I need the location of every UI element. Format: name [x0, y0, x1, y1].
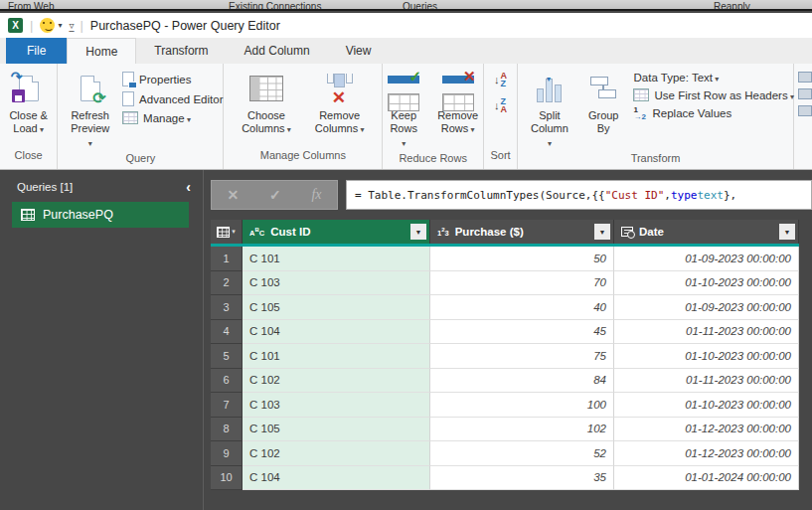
sort-ascending-button[interactable]: A ↓ Z [494, 72, 507, 87]
feedback-smiley-icon[interactable] [40, 18, 55, 33]
table-row: 4 C 104 45 01-11-2023 00:00:00 [211, 320, 799, 345]
grid-header: ▾ ABC Cust ID ▼ 123 Purchase ($) ▼ Date … [211, 220, 799, 244]
cell-date[interactable]: 01-09-2023 00:00:00 [614, 295, 799, 320]
row-number[interactable]: 10 [211, 466, 243, 491]
cell-cust-id[interactable]: C 102 [243, 441, 430, 466]
keep-rows-button[interactable]: ✓ Keep Rows [383, 69, 424, 152]
properties-button[interactable]: Properties [122, 72, 223, 86]
use-first-row-as-headers-button[interactable]: Use First Row as Headers [633, 88, 793, 101]
cell-date[interactable]: 01-10-2023 00:00:00 [614, 271, 799, 296]
background-excel-ribbon: From Web Existing Connections Queries Re… [0, 0, 812, 11]
cell-date[interactable]: 01-11-2023 00:00:00 [614, 320, 799, 345]
table-row: 8 C 105 102 01-12-2023 00:00:00 [211, 418, 799, 442]
row-number[interactable]: 2 [211, 271, 243, 296]
tab-view[interactable]: View [328, 38, 390, 64]
cell-purchase[interactable]: 84 [430, 369, 614, 394]
row-number[interactable]: 7 [211, 393, 243, 418]
row-number[interactable]: 3 [211, 295, 243, 320]
filter-button-purchase[interactable]: ▼ [594, 224, 610, 240]
group-by-button[interactable]: Group By [583, 69, 624, 137]
tab-home[interactable]: Home [67, 38, 136, 64]
split-column-icon: ▾ [535, 71, 565, 106]
cell-cust-id[interactable]: C 101 [243, 247, 430, 271]
cell-purchase[interactable]: 100 [430, 393, 614, 418]
formula-input[interactable]: = Table.TransformColumnTypes(Source,{{"C… [346, 180, 812, 210]
cell-purchase[interactable]: 75 [430, 344, 614, 369]
choose-columns-icon [249, 71, 283, 106]
cell-purchase[interactable]: 40 [430, 295, 614, 320]
partial-ribbon-buttons[interactable] [794, 64, 812, 169]
text-type-icon: ABC [249, 227, 264, 237]
group-query: ⟳ Refresh Preview Properties Advanced Ed… [58, 64, 224, 169]
row-number[interactable]: 9 [211, 441, 243, 466]
sort-descending-button[interactable]: Z ↓ A [494, 97, 507, 113]
group-by-icon [588, 71, 618, 106]
column-header-date[interactable]: Date ▼ [614, 220, 799, 244]
queries-panel-title: Queries [1] [17, 181, 73, 193]
fx-icon[interactable]: fx [311, 187, 321, 203]
group-sort: A ↓ Z Z ↓ A Sort [484, 64, 518, 169]
tab-add-column[interactable]: Add Column [227, 38, 328, 64]
query-item-purchasepq[interactable]: PurchasePQ [12, 202, 189, 228]
cell-date[interactable]: 01-12-2023 00:00:00 [614, 418, 799, 442]
cell-purchase[interactable]: 52 [430, 441, 614, 466]
commit-formula-icon[interactable]: ✓ [269, 187, 281, 203]
column-header-cust-id[interactable]: ABC Cust ID ▼ [243, 220, 430, 244]
window-title: PurchasePQ - Power Query Editor [90, 19, 280, 33]
titlebar: X | ▾ ▿̲ | PurchasePQ - Power Query Edit… [0, 13, 812, 38]
refresh-preview-button[interactable]: ⟳ Refresh Preview [64, 69, 116, 152]
cell-purchase[interactable]: 45 [430, 320, 614, 345]
manage-icon [122, 111, 138, 124]
cell-date[interactable]: 01-10-2023 00:00:00 [614, 393, 799, 418]
filter-button-date[interactable]: ▼ [779, 224, 795, 240]
row-number[interactable]: 8 [211, 418, 243, 442]
row-number[interactable]: 6 [211, 369, 243, 394]
remove-rows-button[interactable]: ✕ Remove Rows [432, 69, 483, 138]
cell-cust-id[interactable]: C 102 [243, 369, 430, 394]
row-number[interactable]: 1 [211, 247, 243, 271]
quick-access-toolbar-icon[interactable]: ▿̲ [69, 20, 73, 31]
manage-button[interactable]: Manage [122, 111, 223, 124]
cancel-formula-icon[interactable]: ✕ [227, 187, 239, 203]
editor-content: Queries [1] ‹ PurchasePQ ✕ ✓ fx = Table.… [0, 170, 812, 510]
cell-purchase[interactable]: 70 [430, 271, 614, 296]
cell-cust-id[interactable]: C 103 [243, 393, 430, 418]
group-label-sort: Sort [484, 149, 517, 169]
group-reduce-rows: ✓ Keep Rows ✕ Remove Rows Reduce Rows [383, 64, 484, 169]
formula-buttons: ✕ ✓ fx [211, 180, 338, 210]
cell-purchase[interactable]: 50 [430, 247, 614, 271]
cell-cust-id[interactable]: C 103 [243, 271, 430, 296]
collapse-panel-icon[interactable]: ‹ [186, 179, 191, 195]
cell-cust-id[interactable]: C 105 [243, 295, 430, 320]
data-type-button[interactable]: Data Type: Text [633, 72, 793, 84]
cell-cust-id[interactable]: C 101 [243, 344, 430, 369]
row-number[interactable]: 5 [211, 344, 243, 369]
choose-columns-button[interactable]: Choose Columns [237, 69, 296, 138]
smiley-dropdown-caret[interactable]: ▾ [58, 21, 62, 30]
cell-purchase[interactable]: 35 [430, 466, 614, 491]
tab-file[interactable]: File [6, 38, 67, 64]
row-number[interactable]: 4 [211, 320, 243, 345]
split-column-button[interactable]: ▾ Split Column [526, 69, 573, 152]
tab-transform[interactable]: Transform [136, 38, 226, 64]
column-header-purchase[interactable]: 123 Purchase ($) ▼ [430, 220, 614, 244]
advanced-editor-button[interactable]: Advanced Editor [122, 91, 223, 106]
replace-values-button[interactable]: 1→2 Replace Values [633, 106, 793, 120]
cell-cust-id[interactable]: C 104 [243, 320, 430, 345]
cell-date[interactable]: 01-11-2023 00:00:00 [614, 369, 799, 394]
cell-purchase[interactable]: 102 [430, 418, 614, 442]
remove-columns-icon: ✕ [325, 71, 355, 106]
remove-columns-button[interactable]: ✕ Remove Columns [310, 69, 370, 138]
filter-button-cust-id[interactable]: ▼ [410, 224, 426, 240]
group-label-close: Close [0, 149, 57, 169]
cell-date[interactable]: 01-01-2024 00:00:00 [614, 466, 799, 491]
select-all-corner[interactable]: ▾ [211, 220, 243, 244]
cell-date[interactable]: 01-12-2023 00:00:00 [614, 441, 799, 466]
cell-cust-id[interactable]: C 104 [243, 466, 430, 491]
existing-connections-label: Existing Connections [229, 1, 321, 11]
cell-date[interactable]: 01-10-2023 00:00:00 [614, 344, 799, 369]
close-and-load-button[interactable]: ↷ Close & Load [4, 69, 53, 138]
cell-date[interactable]: 01-09-2023 00:00:00 [614, 247, 799, 271]
cell-cust-id[interactable]: C 105 [243, 418, 430, 442]
group-label-query: Query [58, 152, 223, 169]
